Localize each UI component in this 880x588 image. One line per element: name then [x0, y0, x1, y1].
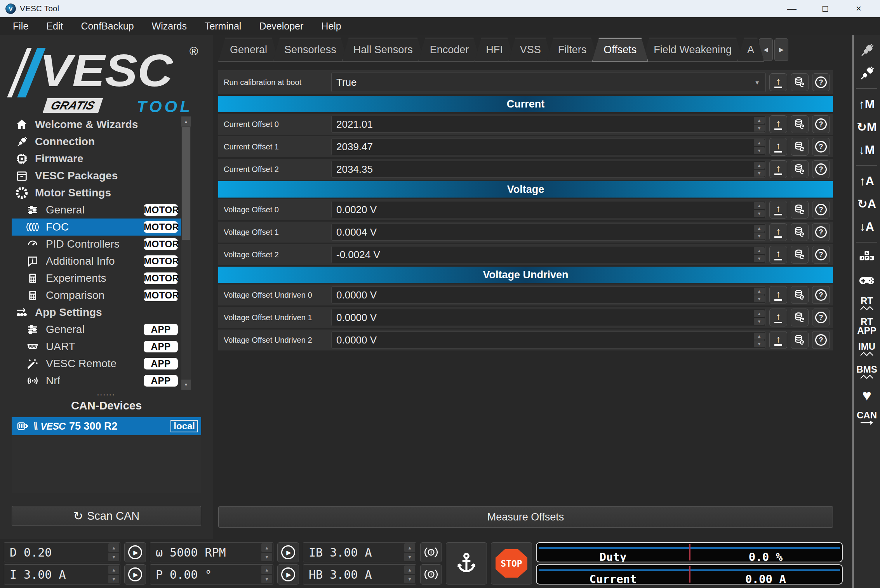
tab-offsets[interactable]: Offsets [592, 38, 648, 62]
write-value-button[interactable]: ↑ [769, 331, 787, 349]
menu-file[interactable]: File [4, 17, 37, 35]
spin-up-button[interactable]: ▲ [754, 247, 765, 254]
sidebar-item-vesc-packages[interactable]: VESC Packages [12, 167, 191, 184]
speed-setpoint-field[interactable]: ω 5000 RPM ▲▼ [150, 542, 273, 562]
help-button[interactable]: ? [812, 286, 830, 304]
tab-scroll-right-button[interactable]: ▶ [774, 38, 788, 61]
param-value-field[interactable]: 2039.47 ▲▼ [331, 138, 766, 155]
spin-up-button[interactable]: ▲ [261, 565, 272, 574]
scrollbar-up-button[interactable]: ▲ [181, 116, 191, 127]
config-sync-button[interactable] [791, 309, 809, 326]
tab-hall-sensors[interactable]: Hall Sensors [342, 38, 424, 62]
tab-vss[interactable]: VSS [508, 38, 553, 62]
tab-hfi[interactable]: HFI [474, 38, 515, 62]
bms-data-button[interactable]: BMS [856, 364, 877, 381]
sidebar-item-app-general[interactable]: GeneralAPP [12, 321, 191, 338]
param-value-field[interactable]: 2021.01 ▲▼ [331, 116, 766, 133]
write-value-button[interactable]: ↑ [769, 73, 787, 91]
param-value-field[interactable]: 0.0000 V ▲▼ [331, 309, 766, 326]
read-app-config-button[interactable]: ↻A [857, 195, 876, 212]
spin-up-button[interactable]: ▲ [754, 139, 765, 146]
sidebar-item-motor-settings[interactable]: Motor Settings [12, 184, 191, 201]
help-button[interactable]: ? [812, 73, 830, 91]
spin-down-button[interactable]: ▼ [754, 210, 765, 217]
spin-down-button[interactable]: ▼ [754, 232, 765, 239]
config-sync-button[interactable] [791, 331, 809, 349]
set-duty-button[interactable]: ▶ [124, 542, 146, 562]
param-value-field[interactable]: 2034.35 ▲▼ [331, 161, 766, 178]
sidebar-item-motor-pid[interactable]: PID ControllersMOTOR [12, 236, 191, 253]
brake-hb-setpoint-field[interactable]: HB 3.00 A ▲▼ [303, 564, 416, 585]
config-sync-button[interactable] [791, 223, 809, 241]
menu-confbackup[interactable]: ConfBackup [72, 17, 143, 35]
tab-general[interactable]: General [218, 38, 279, 62]
measure-offsets-button[interactable]: Measure Offsets [218, 506, 833, 528]
config-sync-button[interactable] [791, 286, 809, 304]
spin-up-button[interactable]: ▲ [754, 288, 765, 295]
spin-down-button[interactable]: ▼ [754, 147, 765, 154]
support-button[interactable]: ♥ [862, 387, 871, 404]
spin-up-button[interactable]: ▲ [404, 565, 415, 574]
keyboard-control-button[interactable] [858, 249, 875, 266]
write-value-button[interactable]: ↑ [769, 246, 787, 264]
sidebar-item-motor-additional-info[interactable]: Additional InfoMOTOR [12, 253, 191, 270]
spin-down-button[interactable]: ▼ [404, 553, 415, 561]
position-setpoint-field[interactable]: P 0.00 ° ▲▼ [150, 564, 273, 585]
spin-up-button[interactable]: ▲ [754, 202, 765, 209]
run-calibration-dropdown[interactable]: True ▼ [331, 73, 766, 92]
read-motor-config-button[interactable]: ↻M [857, 118, 877, 135]
spin-down-button[interactable]: ▼ [754, 170, 765, 177]
help-button[interactable]: ? [812, 331, 830, 349]
tab-sensorless[interactable]: Sensorless [273, 38, 348, 62]
realtime-app-data-button[interactable]: RTAPP [857, 318, 876, 335]
spin-up-button[interactable]: ▲ [108, 565, 119, 574]
sidebar-item-motor-comparison[interactable]: ComparisonMOTOR [12, 287, 191, 304]
sidebar-item-app-settings[interactable]: App Settings [12, 304, 191, 321]
spin-down-button[interactable]: ▼ [754, 125, 765, 132]
sidebar-item-firmware[interactable]: Firmware [12, 150, 191, 167]
config-sync-button[interactable] [791, 160, 809, 178]
help-button[interactable]: ? [812, 223, 830, 241]
connect-button[interactable] [859, 42, 875, 59]
spin-down-button[interactable]: ▼ [261, 553, 272, 561]
tab-encoder[interactable]: Encoder [418, 38, 481, 62]
maximize-button[interactable]: □ [819, 4, 831, 13]
read-default-motor-config-button[interactable]: ↓M [859, 141, 875, 158]
spin-up-button[interactable]: ▲ [261, 543, 272, 552]
config-sync-button[interactable] [791, 138, 809, 156]
sidebar-item-motor-experiments[interactable]: ExperimentsMOTOR [12, 270, 191, 287]
read-default-app-config-button[interactable]: ↓A [859, 218, 874, 235]
can-device-row[interactable]: \\ VESC 75 300 R2 local [12, 417, 201, 435]
param-value-field[interactable]: 0.0000 V ▲▼ [331, 331, 766, 349]
menu-edit[interactable]: Edit [37, 17, 72, 35]
sidebar-item-welcome-wizards[interactable]: Welcome & Wizards [12, 116, 191, 133]
scan-can-button[interactable]: ↻ Scan CAN [12, 506, 201, 526]
help-button[interactable]: ? [812, 115, 830, 133]
sidebar-scrollbar[interactable]: ▲ ▼ [181, 116, 191, 390]
spin-up-button[interactable]: ▲ [754, 162, 765, 169]
close-button[interactable]: × [853, 4, 864, 13]
config-sync-button[interactable] [791, 73, 809, 91]
spin-down-button[interactable]: ▼ [754, 318, 765, 325]
spin-up-button[interactable]: ▲ [108, 543, 119, 552]
write-app-config-button[interactable]: ↑A [859, 172, 874, 189]
help-button[interactable]: ? [812, 201, 830, 219]
gamepad-control-button[interactable] [858, 272, 876, 289]
sidebar-item-connection[interactable]: Connection [12, 133, 191, 150]
stop-button[interactable]: STOP [491, 542, 532, 585]
spin-up-button[interactable]: ▲ [754, 310, 765, 317]
set-position-button[interactable]: ▶ [277, 564, 299, 585]
imu-data-button[interactable]: IMU [858, 341, 875, 358]
write-value-button[interactable]: ↑ [769, 115, 787, 133]
menu-terminal[interactable]: Terminal [196, 17, 250, 35]
sidebar-item-app-uart[interactable]: UARTAPP [12, 338, 191, 355]
sidebar-item-app-nrf[interactable]: NrfAPP [12, 372, 191, 389]
scrollbar-thumb[interactable] [182, 127, 190, 240]
config-sync-button[interactable] [791, 246, 809, 264]
release-motor-button[interactable] [446, 542, 487, 585]
set-current-button[interactable]: ▶ [124, 564, 146, 585]
write-motor-config-button[interactable]: ↑M [859, 95, 875, 113]
help-button[interactable]: ? [812, 160, 830, 178]
disconnect-button[interactable] [859, 64, 875, 82]
scrollbar-down-button[interactable]: ▼ [181, 380, 191, 390]
